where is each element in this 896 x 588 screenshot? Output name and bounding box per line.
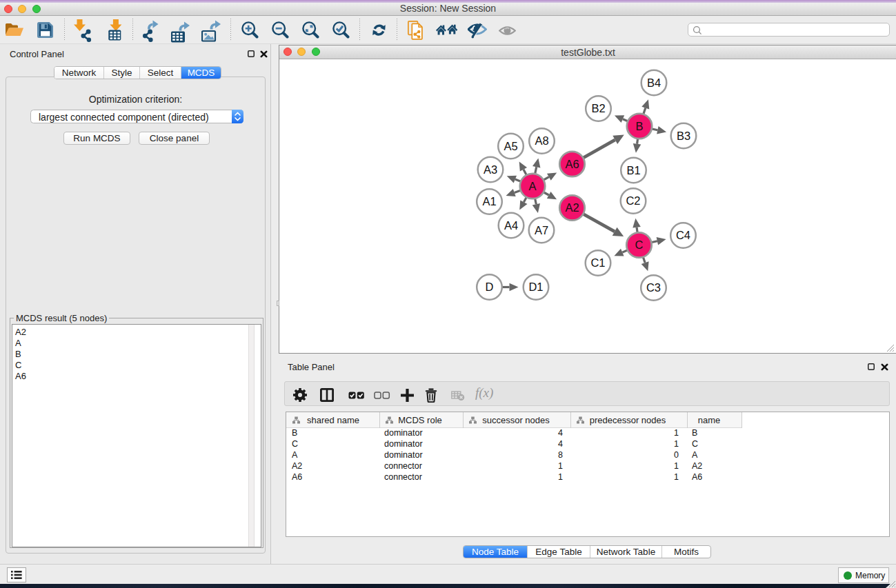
svg-text:A8: A8 — [535, 134, 548, 147]
svg-text:B4: B4 — [647, 77, 661, 89]
svg-text:A4: A4 — [504, 219, 518, 232]
svg-text:A3: A3 — [484, 163, 497, 176]
svg-text:A5: A5 — [504, 140, 517, 152]
svg-text:C4: C4 — [676, 229, 690, 241]
svg-text:A6: A6 — [565, 158, 579, 170]
svg-text:A: A — [528, 180, 536, 192]
svg-text:B2: B2 — [591, 102, 605, 114]
svg-text:C3: C3 — [646, 281, 661, 294]
svg-text:B: B — [635, 120, 643, 132]
svg-text:C: C — [635, 239, 644, 251]
svg-text:A2: A2 — [565, 201, 579, 214]
svg-text:C1: C1 — [590, 256, 605, 269]
svg-text:D1: D1 — [528, 281, 543, 293]
svg-text:B1: B1 — [626, 164, 640, 176]
svg-text:B3: B3 — [677, 130, 690, 142]
svg-text:C2: C2 — [626, 194, 640, 207]
svg-text:A1: A1 — [482, 195, 496, 207]
svg-text:A7: A7 — [535, 224, 548, 236]
svg-text:D: D — [486, 281, 494, 293]
